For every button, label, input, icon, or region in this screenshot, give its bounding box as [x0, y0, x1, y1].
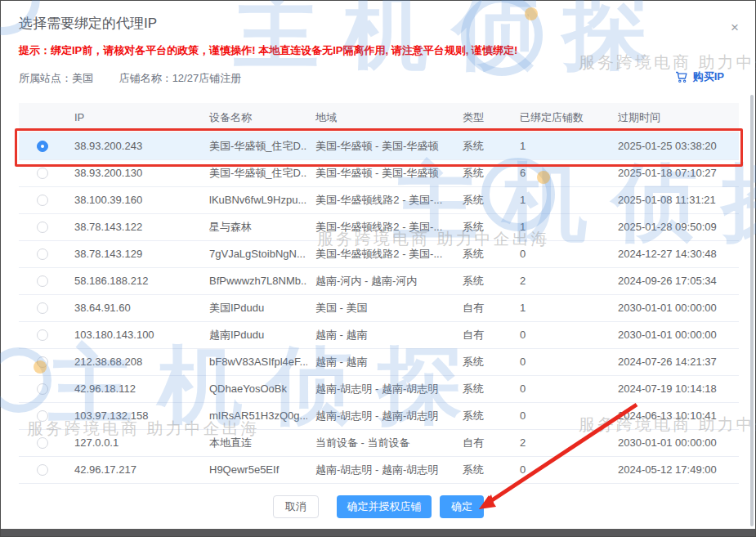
scrollbar[interactable] [750, 95, 754, 526]
table-row[interactable]: 58.186.188.212BfPwwwzh7L8NMb...越南-河内 - 越… [19, 267, 739, 294]
cell-expire: 2025-01-18 07:10:27 [610, 159, 739, 186]
cell-type: 自有 [454, 294, 512, 321]
row-radio[interactable] [37, 329, 48, 341]
site-label: 所属站点： [19, 72, 72, 84]
table-row[interactable]: 103.180.143.100越南IPdudu越南 - 越南自有02030-01… [19, 321, 739, 348]
cell-ip: 103.97.132.158 [66, 402, 201, 429]
cell-ip: 38.78.143.129 [66, 240, 201, 267]
cell-shop-count: 2 [512, 267, 610, 294]
row-radio[interactable] [37, 437, 48, 449]
cell-ip: 212.38.68.208 [66, 348, 201, 375]
cell-shop-count: 1 [512, 186, 610, 213]
close-icon[interactable]: × [731, 20, 739, 34]
cell-device: 本地直连 [201, 429, 307, 456]
watermark-logo-top [461, 0, 543, 76]
cell-type: 系统 [454, 213, 512, 240]
cell-expire: 2024-05-12 17:49:00 [610, 456, 739, 483]
cell-shop-count: 1 [512, 132, 610, 159]
bind-ip-dialog: 主机侦探 服务跨境电商 助力中企出海 主机侦探 服务跨境电商 助力中企出海 主机… [0, 0, 756, 537]
row-radio[interactable] [37, 222, 48, 233]
table-row[interactable]: 38.78.143.122星与森林美国-华盛顿线路2 - 美国-...系统120… [19, 213, 739, 240]
cell-type: 系统 [454, 456, 512, 483]
cell-expire: 2024-12-27 14:30:48 [610, 240, 739, 267]
cell-ip: 127.0.0.1 [66, 429, 201, 456]
table-row[interactable]: 42.96.18.112QDhaeYosOoBk越南-胡志明 - 越南-胡志明系… [19, 375, 739, 402]
header-device: 设备名称 [201, 103, 307, 132]
cell-region: 美国-华盛顿线路2 - 美国-... [307, 240, 454, 267]
row-radio[interactable] [37, 410, 48, 422]
cell-type: 系统 [454, 348, 512, 375]
confirm-button[interactable]: 确定 [440, 495, 484, 518]
header-region: 地域 [307, 103, 454, 132]
table-row[interactable]: 38.78.143.1297gVJaLgStoibNgN...美国-华盛顿线路2… [19, 240, 739, 267]
table-row[interactable]: 38.93.200.243美国-华盛顿_住宅D...美国-华盛顿 - 美国-华盛… [19, 132, 739, 159]
table-row[interactable]: 103.97.132.158mIRsAR51H3zQ0g...越南-胡志明 - … [19, 402, 739, 429]
shop-label: 店铺名称： [119, 72, 172, 84]
cell-region: 美国-华盛顿线路2 - 美国-... [307, 213, 454, 240]
cell-device: 越南IPdudu [201, 321, 307, 348]
cell-device: 星与森林 [201, 213, 307, 240]
cell-ip: 38.93.200.130 [66, 159, 201, 186]
cell-radio [19, 267, 66, 294]
header-type: 类型 [454, 103, 512, 132]
cell-shop-count: 2 [512, 429, 610, 456]
cell-ip: 38.93.200.243 [66, 132, 201, 159]
cell-expire: 2024-09-26 17:05:34 [610, 267, 739, 294]
buy-ip-link[interactable]: 购买IP [675, 69, 724, 84]
cell-type: 自有 [454, 321, 512, 348]
table-row[interactable]: 127.0.0.1本地直连当前设备 - 当前设备自有22030-01-01 00… [19, 429, 739, 456]
watermark-tagline-top: 服务跨境电商 助力中企出海 [579, 51, 756, 74]
cell-type: 系统 [454, 267, 512, 294]
cell-region: 当前设备 - 当前设备 [307, 429, 454, 456]
table-row[interactable]: 38.100.39.160lKuBNv6fwL9Hzpu...美国-华盛顿线路2… [19, 186, 739, 213]
cell-region: 美国 - 美国 [307, 294, 454, 321]
cell-shop-count: 6 [512, 159, 610, 186]
cancel-button[interactable]: 取消 [273, 495, 319, 518]
cell-ip: 103.180.143.100 [66, 321, 201, 348]
cell-type: 系统 [454, 186, 512, 213]
cell-device: 美国-华盛顿_住宅D... [201, 159, 307, 186]
table-row[interactable]: 42.96.17.217H9Qewr5e5EIf越南-胡志明 - 越南-胡志明系… [19, 456, 739, 483]
cell-expire: 2025-01-28 09:50:09 [610, 213, 739, 240]
row-radio[interactable] [37, 195, 48, 206]
cell-region: 美国-华盛顿 - 美国-华盛顿 [307, 132, 454, 159]
buy-ip-label: 购买IP [693, 69, 724, 84]
cell-ip: 38.100.39.160 [66, 186, 201, 213]
row-radio[interactable] [37, 275, 48, 287]
header-radio-spacer [19, 103, 66, 132]
cell-shop-count: 0 [512, 456, 610, 483]
row-radio[interactable] [37, 248, 48, 260]
cell-region: 越南 - 越南 [307, 348, 454, 375]
cell-ip: 42.96.18.112 [66, 375, 201, 402]
cell-region: 美国-华盛顿线路2 - 美国-... [307, 186, 454, 213]
cell-region: 越南-胡志明 - 越南-胡志明 [307, 402, 454, 429]
cell-ip: 38.64.91.60 [66, 294, 201, 321]
table-row[interactable]: 38.93.200.130美国-华盛顿_住宅D...美国-华盛顿 - 美国-华盛… [19, 159, 739, 186]
row-radio[interactable] [37, 141, 48, 152]
cell-radio [19, 213, 66, 240]
row-radio[interactable] [37, 168, 48, 179]
row-radio[interactable] [37, 383, 48, 395]
table-row[interactable]: 38.64.91.60美国IPdudu美国 - 美国自有12030-01-01 … [19, 294, 739, 321]
row-radio[interactable] [37, 464, 48, 476]
cell-ip: 42.96.17.217 [66, 456, 201, 483]
cell-expire: 2024-06-13 10:10:41 [610, 402, 739, 429]
cell-radio [19, 186, 66, 213]
cell-device: QDhaeYosOoBk [201, 375, 307, 402]
header-ip: IP [66, 103, 201, 132]
confirm-authorize-button[interactable]: 确定并授权店铺 [337, 495, 432, 518]
cell-radio [19, 375, 66, 402]
cell-expire: 2025-01-25 03:38:20 [610, 132, 739, 159]
header-shop-count: 已绑定店铺数 [512, 103, 610, 132]
cell-expire: 2030-01-01 00:00:00 [610, 321, 739, 348]
row-radio[interactable] [37, 302, 48, 314]
cell-expire: 2030-01-01 00:00:00 [610, 294, 739, 321]
cell-ip: 58.186.188.212 [66, 267, 201, 294]
cell-type: 系统 [454, 402, 512, 429]
cell-radio [19, 429, 66, 456]
table-row[interactable]: 212.38.68.208bF8wV83ASIfpl4eF...越南 - 越南系… [19, 348, 739, 375]
cell-shop-count: 1 [512, 294, 610, 321]
cell-shop-count: 0 [512, 348, 610, 375]
cell-type: 系统 [454, 132, 512, 159]
row-radio[interactable] [37, 356, 48, 368]
